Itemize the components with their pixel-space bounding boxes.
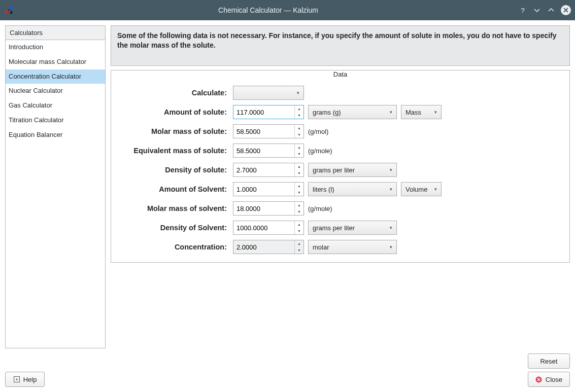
close-button[interactable]: Close — [528, 372, 570, 387]
svg-point-6 — [16, 379, 17, 380]
label-density-solvent: Density of Solvent: — [117, 224, 229, 232]
concentration-unit-select[interactable]: molar ▾ — [308, 240, 397, 254]
chevron-down-icon: ▾ — [388, 225, 394, 230]
chevron-down-icon: ▾ — [432, 187, 439, 192]
svg-line-4 — [11, 10, 11, 12]
label-equiv-mass-solute: Equivalent mass of solute: — [117, 147, 229, 155]
sidebar-item-concentration[interactable]: Concentration Calculator — [6, 69, 105, 84]
close-icon — [535, 376, 543, 383]
amount-solvent-input[interactable]: ▲▼ — [233, 182, 304, 196]
step-down-icon[interactable]: ▼ — [295, 228, 303, 234]
sidebar-list: Introduction Molecular mass Calculator C… — [6, 40, 105, 348]
step-down-icon[interactable]: ▼ — [295, 189, 303, 196]
info-banner: Some of the following data is not necess… — [111, 25, 570, 66]
help-icon — [13, 376, 20, 383]
chevron-down-icon: ▾ — [295, 90, 301, 95]
label-molar-mass-solvent: Molar mass of solvent: — [117, 204, 229, 212]
main-pane: Some of the following data is not necess… — [111, 25, 570, 348]
step-down-icon[interactable]: ▼ — [295, 112, 303, 119]
label-calculate: Calculate: — [117, 89, 229, 97]
chevron-down-icon: ▾ — [388, 110, 394, 115]
chevron-down-icon: ▾ — [388, 244, 394, 250]
amount-solvent-unit-select[interactable]: liters (l) ▾ — [308, 182, 397, 196]
sidebar: Calculators Introduction Molecular mass … — [5, 25, 106, 348]
window-controls: ? — [518, 5, 571, 15]
sidebar-item-equation-balancer[interactable]: Equation Balancer — [6, 128, 105, 142]
step-up-icon[interactable]: ▲ — [295, 144, 303, 151]
density-solute-unit-select[interactable]: grams per liter ▾ — [308, 163, 397, 177]
molar-mass-solute-input[interactable]: ▲▼ — [233, 124, 304, 138]
step-down-icon[interactable]: ▼ — [295, 131, 303, 138]
sidebar-item-introduction[interactable]: Introduction — [6, 40, 105, 55]
step-up-icon[interactable]: ▲ — [295, 221, 303, 228]
step-down-icon[interactable]: ▼ — [295, 208, 303, 215]
data-groupbox: Data Calculate: ▾ Amount of solute: ▲▼ — [111, 70, 570, 263]
molar-mass-solvent-suffix: (g/mole) — [308, 205, 397, 212]
step-down-icon[interactable]: ▼ — [295, 151, 303, 157]
calculate-select[interactable]: ▾ — [233, 86, 304, 100]
step-up-icon[interactable]: ▲ — [295, 105, 303, 112]
step-up-icon[interactable]: ▲ — [295, 202, 303, 208]
help-titlebar-button[interactable]: ? — [518, 6, 527, 15]
step-up-icon[interactable]: ▲ — [295, 163, 303, 170]
amount-solute-input[interactable]: ▲▼ — [233, 105, 304, 119]
step-up-icon[interactable]: ▲ — [295, 240, 303, 247]
chevron-down-icon: ▾ — [388, 167, 394, 172]
molar-mass-solute-suffix: (g/mol) — [308, 128, 397, 135]
chevron-down-icon: ▾ — [388, 187, 394, 192]
dialog-footer: Help Reset Close — [5, 348, 570, 387]
step-up-icon[interactable]: ▲ — [295, 183, 303, 189]
label-concentration: Concentration: — [117, 243, 229, 251]
molar-mass-solvent-input[interactable]: ▲▼ — [233, 201, 304, 216]
label-amount-solvent: Amount of Solvent: — [117, 185, 229, 193]
window-title: Chemical Calculator — Kalzium — [18, 6, 518, 14]
concentration-input[interactable]: ▲▼ — [233, 240, 304, 254]
amount-solute-unit-select[interactable]: grams (g) ▾ — [308, 105, 397, 119]
amount-solute-mode-select[interactable]: Mass ▾ — [401, 105, 442, 119]
equiv-mass-solute-input[interactable]: ▲▼ — [233, 144, 304, 158]
density-solute-input[interactable]: ▲▼ — [233, 163, 304, 177]
label-amount-solute: Amount of solute: — [117, 108, 229, 116]
app-icon — [4, 5, 14, 15]
help-button[interactable]: Help — [5, 372, 45, 387]
maximize-button[interactable] — [547, 6, 556, 15]
sidebar-item-titration[interactable]: Titration Calculator — [6, 113, 105, 128]
titlebar: Chemical Calculator — Kalzium ? — [0, 0, 575, 20]
sidebar-item-nuclear[interactable]: Nuclear Calculator — [6, 84, 105, 98]
sidebar-item-molecular-mass[interactable]: Molecular mass Calculator — [6, 55, 105, 69]
step-down-icon[interactable]: ▼ — [295, 170, 303, 176]
equiv-mass-solute-suffix: (g/mole) — [308, 147, 397, 155]
label-molar-mass-solute: Molar mass of solute: — [117, 127, 229, 135]
close-window-button[interactable] — [561, 5, 571, 15]
sidebar-item-gas[interactable]: Gas Calculator — [6, 98, 105, 113]
amount-solvent-mode-select[interactable]: Volume ▾ — [401, 182, 442, 196]
density-solvent-unit-select[interactable]: grams per liter ▾ — [308, 221, 397, 235]
label-density-solute: Density of solute: — [117, 166, 229, 174]
step-up-icon[interactable]: ▲ — [295, 125, 303, 131]
reset-button[interactable]: Reset — [528, 353, 570, 369]
data-legend: Data — [111, 71, 569, 78]
sidebar-header: Calculators — [6, 26, 105, 40]
chevron-down-icon: ▾ — [432, 110, 439, 115]
step-down-icon[interactable]: ▼ — [295, 247, 303, 254]
density-solvent-input[interactable]: ▲▼ — [233, 221, 304, 235]
minimize-button[interactable] — [532, 6, 542, 15]
